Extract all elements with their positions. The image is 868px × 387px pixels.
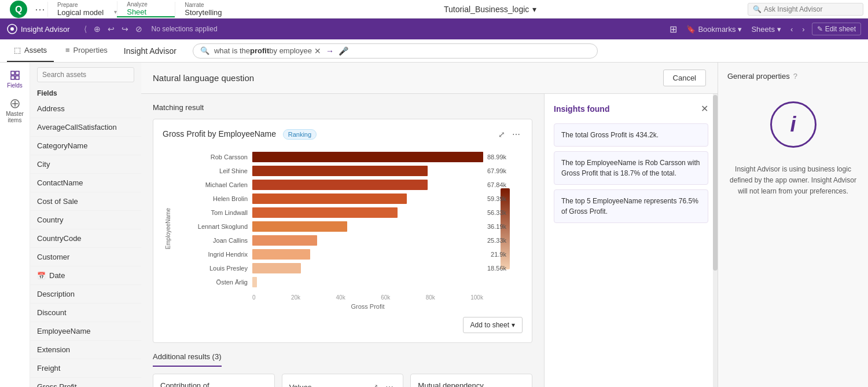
card1-more-btn[interactable]: ⋯ — [383, 381, 396, 387]
bar-label: Lennart Skoglund — [178, 223, 248, 230]
top-nav: Q ⋯ Prepare Logical model ▾ Analyze Shee… — [0, 0, 868, 19]
sheets-chevron-icon: ▾ — [777, 25, 781, 34]
sidebar-fields-btn[interactable]: Fields — [5, 65, 25, 93]
bar-container — [252, 277, 483, 287]
sidebar-item-countrycode[interactable]: CountryCode — [30, 229, 141, 248]
bar-fill — [252, 235, 317, 246]
clear-all-btn[interactable]: ⊘ — [133, 22, 145, 36]
bar-value-label: 18.56k — [487, 265, 506, 272]
tab-properties[interactable]: ≡ Properties — [58, 39, 115, 62]
sheets-btn[interactable]: Sheets ▾ — [749, 23, 783, 36]
insights-close-btn[interactable]: ✕ — [701, 103, 708, 114]
bar-row: Louis Presley18.56k — [178, 263, 483, 273]
sidebar-item-customer[interactable]: Customer — [30, 248, 141, 266]
insight-advisor-search[interactable]: 🔍 — [748, 3, 863, 16]
sidebar-item-extension[interactable]: Extension — [30, 341, 141, 359]
sidebar-item-date[interactable]: 📅 Date — [30, 266, 141, 285]
bar-value-label: 88.99k — [487, 154, 506, 160]
additional-card-1-title: Values — [289, 383, 312, 388]
card1-expand-btn[interactable]: ⤢ — [369, 381, 381, 387]
properties-title-text: General properties — [727, 72, 790, 81]
bar-container: 18.56k — [252, 263, 483, 273]
edit-sheet-btn[interactable]: ✎ Edit sheet — [812, 23, 861, 35]
redo-btn[interactable]: ↪ — [119, 22, 131, 36]
sidebar-item-address[interactable]: Address — [30, 100, 141, 118]
card0-more-btn[interactable]: ⋯ — [255, 384, 267, 387]
center-insights-row: Matching result Gross Profit by Employee… — [141, 94, 718, 387]
nav-dots-btn[interactable]: ⋯ — [32, 3, 47, 16]
ia-search-bar[interactable]: 🔍 what is the profit by employee ✕ → 🎤 — [193, 43, 598, 59]
cancel-btn[interactable]: Cancel — [663, 70, 706, 86]
svg-rect-5 — [16, 71, 19, 75]
bar-label: Tom Lindwall — [178, 209, 248, 216]
app-logo[interactable]: Q — [5, 0, 32, 19]
sidebar-item-description[interactable]: Description — [30, 285, 141, 304]
bar-container: 67.99k — [252, 166, 483, 176]
bar-value-label: 67.84k — [487, 181, 506, 188]
bar-label: Rob Carsson — [178, 154, 248, 160]
sidebar-master-items-btn[interactable]: Master items — [0, 93, 30, 128]
additional-card-0: Contribution of Employ... ⤢ ⋯ Relative i… — [153, 374, 275, 387]
search-mic-btn[interactable]: 🎤 — [336, 46, 351, 56]
nav-prepare[interactable]: Prepare Logical model ▾ — [47, 2, 117, 17]
properties-description: Insight Advisor is using business logic … — [727, 164, 859, 198]
sidebar-item-freight[interactable]: Freight — [30, 359, 141, 378]
chart-more-btn[interactable]: ⋯ — [510, 129, 523, 140]
sidebar-item-categoryname[interactable]: CategoryName — [30, 137, 141, 155]
ia-search-suffix: by employee — [269, 46, 312, 55]
nav-prev-btn[interactable]: ‹ — [788, 23, 795, 36]
assets-icon: ⬚ — [14, 46, 21, 54]
bar-chart-container: Rob Carsson88.99kLeif Shine67.99kMichael… — [178, 147, 483, 310]
chart-expand-btn[interactable]: ⤢ — [496, 129, 507, 140]
insight-text-0: The total Gross Profit is 434.2k. — [561, 131, 659, 139]
fields-label: Fields — [7, 82, 23, 89]
prepare-main: Logical model — [57, 8, 104, 17]
bar-chart: Rob Carsson88.99kLeif Shine67.99kMichael… — [178, 147, 483, 292]
sidebar-item-city[interactable]: City — [30, 155, 141, 174]
main-content: Fields Master items Fields Address Avera… — [0, 63, 868, 387]
additional-card-2: Mutual dependency bet... ⤢ ⋯ Mutual Info… — [410, 374, 532, 387]
properties-help-icon[interactable]: ? — [793, 72, 797, 81]
insight-text-1: The top EmployeeName is Rob Carsson with… — [561, 159, 700, 177]
sidebar-item-averagecallsatisfaction[interactable]: AverageCallSatisfaction — [30, 118, 141, 137]
card2-more-btn[interactable]: ⋯ — [512, 384, 525, 387]
bar-row: Michael Carlen67.84k — [178, 180, 483, 190]
sidebar-item-grossprofit[interactable]: Gross Profit — [30, 378, 141, 387]
nav-next-btn[interactable]: › — [800, 23, 807, 36]
insight-advisor-btn[interactable]: Insight Advisor — [7, 24, 70, 34]
insights-panel: Insights found ✕ The total Gross Profit … — [544, 94, 718, 387]
bar-row: Östen Ärlig — [178, 277, 483, 287]
sidebar-item-employeename[interactable]: EmployeeName — [30, 322, 141, 341]
bar-fill — [252, 263, 301, 273]
analyze-main: Sheet — [127, 8, 165, 16]
smart-search-btn[interactable]: ⊕ — [91, 22, 103, 36]
selection-back-btn[interactable]: ⟨ — [82, 22, 89, 36]
sidebar-item-costofsale[interactable]: Cost of Sale — [30, 192, 141, 211]
sidebar-item-discount[interactable]: Discount — [30, 304, 141, 322]
undo-btn[interactable]: ↩ — [105, 22, 117, 36]
additional-cards: Contribution of Employ... ⤢ ⋯ Relative i… — [153, 374, 532, 387]
nav-narrate[interactable]: Narrate Storytelling — [175, 2, 233, 17]
search-submit-btn[interactable]: → — [323, 46, 336, 56]
add-to-sheet-btn[interactable]: Add to sheet ▾ — [463, 317, 523, 333]
bar-value-label: 25.33k — [487, 237, 506, 244]
bar-value-label: 21.9k — [491, 251, 506, 258]
search-clear-btn[interactable]: ✕ — [312, 46, 323, 56]
bar-container: 21.9k — [252, 249, 483, 260]
tab-assets[interactable]: ⬚ Assets — [7, 39, 54, 62]
insight-search-input[interactable] — [764, 5, 858, 13]
card0-expand-btn[interactable]: ⤢ — [241, 384, 252, 387]
grid-view-btn[interactable]: ⊞ — [667, 21, 679, 37]
additional-card-2-title: Mutual dependency bet... — [418, 381, 498, 387]
sidebar-item-country[interactable]: Country — [30, 211, 141, 229]
app-name-chevron-icon: ▾ — [532, 5, 536, 14]
sidebar-item-contactname[interactable]: ContactName — [30, 174, 141, 192]
card2-expand-btn[interactable]: ⤢ — [498, 384, 510, 387]
nav-analyze[interactable]: Analyze Sheet — [117, 1, 175, 17]
additional-results-section: Additional results (3) Contribution of E… — [153, 352, 532, 387]
svg-text:Q: Q — [15, 5, 22, 14]
chart-badge: Ranking — [283, 129, 317, 140]
app-name-btn[interactable]: Tutorial_Business_logic ▾ — [444, 5, 536, 14]
sidebar-search-input[interactable] — [37, 67, 134, 82]
bookmarks-btn[interactable]: 🔖 Bookmarks ▾ — [684, 23, 744, 36]
